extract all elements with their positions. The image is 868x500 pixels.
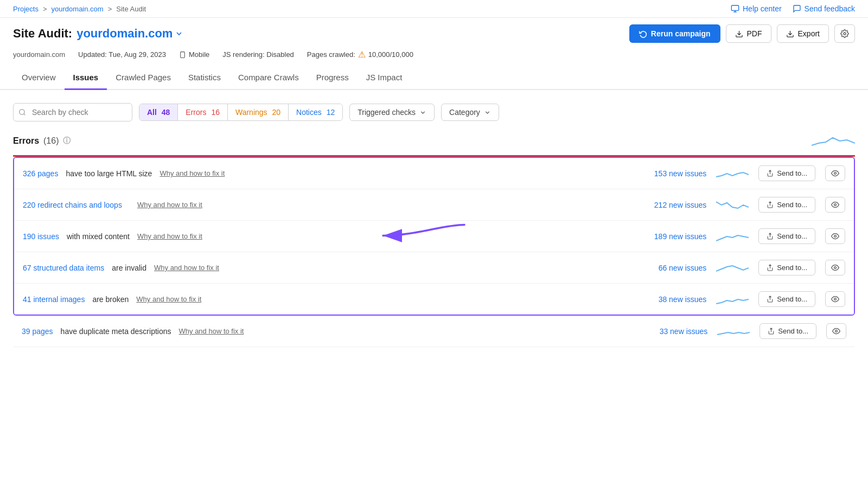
fix-link[interactable]: Why and how to fix it [179,327,244,335]
issue-row: 39 pages have duplicate meta description… [13,316,855,347]
eye-button[interactable] [825,228,845,244]
export-button[interactable]: Export [777,24,829,43]
tab-compare-crawls[interactable]: Compare Crawls [229,66,308,90]
eye-button[interactable] [825,165,845,181]
highlighted-issues-box: 326 pages have too large HTML size Why a… [13,157,855,316]
fix-link[interactable]: Why and how to fix it [154,264,219,272]
filter-errors-button[interactable]: Errors 16 [178,104,228,120]
meta-device: Mobile [179,50,209,59]
issue-right: 153 new issues Send to... [636,165,845,181]
issue-link[interactable]: 67 structured data items [23,264,104,272]
svg-point-11 [834,204,837,206]
share-icon [767,264,774,271]
issue-right: 38 new issues Send to... [636,291,845,307]
issue-link[interactable]: 41 internal images [23,295,85,304]
section-title: Errors (16) ⓘ [13,136,71,146]
mini-chart [716,197,749,213]
issue-text: have too large HTML size [66,169,152,178]
chevron-down-icon-2 [484,109,491,116]
site-audit-label: Site Audit: [13,27,72,41]
help-center-link[interactable]: Help center [731,4,782,13]
issue-link[interactable]: 326 pages [23,169,58,178]
eye-button[interactable] [825,197,845,213]
filter-warnings-button[interactable]: Warnings 20 [228,104,289,120]
tab-crawled-pages[interactable]: Crawled Pages [107,66,180,90]
new-issues-count: 212 new issues [636,201,706,209]
eye-icon [831,295,839,303]
fix-link[interactable]: Why and how to fix it [137,201,202,209]
eye-button[interactable] [825,260,845,275]
eye-button[interactable] [826,323,846,339]
site-audit-domain[interactable]: yourdomain.com [76,27,183,41]
svg-point-14 [834,235,837,238]
triggered-checks-dropdown[interactable]: Triggered checks [349,104,435,121]
search-input[interactable] [13,103,132,121]
top-bar: Projects > yourdomain.com > Site Audit H… [0,0,868,18]
help-icon [731,4,739,13]
filter-button-group: All 48 Errors 16 Warnings 20 Notices 12 [139,104,343,121]
send-feedback-link[interactable]: Send feedback [793,4,855,13]
fix-link[interactable]: Why and how to fix it [136,295,201,303]
new-issues-count: 189 new issues [636,232,706,241]
tab-issues[interactable]: Issues [65,66,107,90]
issue-text: are invalid [112,264,146,272]
tab-js-impact[interactable]: JS Impact [358,66,411,90]
issue-text: are broken [92,295,129,304]
meta-bar: yourdomain.com Updated: Tue, Aug 29, 202… [0,47,868,66]
new-issues-count: 153 new issues [636,169,706,178]
share-icon [767,233,774,240]
fix-link[interactable]: Why and how to fix it [137,232,202,240]
mini-chart [716,166,749,181]
send-to-button[interactable]: Send to... [758,197,815,213]
title-bar: Site Audit: yourdomain.com Rerun campaig… [0,18,868,47]
breadcrumb: Projects > yourdomain.com > Site Audit [13,5,146,13]
meta-updated: Updated: Tue, Aug 29, 2023 [78,50,166,59]
breadcrumb-projects[interactable]: Projects [13,5,39,13]
rerun-campaign-button[interactable]: Rerun campaign [629,24,720,43]
fix-link[interactable]: Why and how to fix it [159,169,225,177]
eye-icon [831,201,839,209]
mobile-icon [179,50,186,59]
nav-tabs: Overview Issues Crawled Pages Statistics… [0,66,868,90]
settings-button[interactable] [834,24,855,43]
filter-all-button[interactable]: All 48 [139,104,178,120]
tab-overview[interactable]: Overview [13,66,65,90]
issue-main: 190 issues with mixed content Why and ho… [23,232,636,241]
svg-line-7 [24,114,25,116]
share-icon [767,170,774,177]
send-to-button[interactable]: Send to... [758,228,815,244]
send-to-button[interactable]: Send to... [760,323,816,339]
share-icon [768,328,775,335]
eye-icon [832,327,840,335]
mini-chart [717,324,750,339]
eye-icon [831,169,839,177]
issue-link[interactable]: 39 pages [22,327,53,336]
filter-notices-button[interactable]: Notices 12 [289,104,342,120]
issue-link[interactable]: 220 redirect chains and loops [23,201,122,209]
info-icon[interactable]: ⓘ [63,136,71,146]
issue-right: 189 new issues Send to... [636,228,845,244]
issue-row: 190 issues with mixed content Why and ho… [14,221,854,252]
category-dropdown[interactable]: Category [441,104,499,121]
send-to-button[interactable]: Send to... [758,165,815,181]
send-to-button[interactable]: Send to... [758,260,815,275]
new-issues-count: 33 new issues [637,327,707,336]
issue-link[interactable]: 190 issues [23,232,59,241]
gear-icon [840,29,849,38]
issue-text: with mixed content [67,232,130,241]
tab-progress[interactable]: Progress [308,66,358,90]
send-to-button[interactable]: Send to... [758,291,815,307]
issue-right: 212 new issues Send to... [636,197,845,213]
new-issues-count: 66 new issues [636,264,706,272]
issue-row: 41 internal images are broken Why and ho… [14,284,854,315]
rerun-icon [639,30,647,38]
breadcrumb-domain[interactable]: yourdomain.com [52,5,104,13]
eye-button[interactable] [825,291,845,307]
tab-statistics[interactable]: Statistics [180,66,229,90]
issue-text: have duplicate meta descriptions [61,327,171,336]
pdf-button[interactable]: PDF [726,24,771,43]
section-mini-chart [812,132,855,150]
filter-bar: All 48 Errors 16 Warnings 20 Notices 12 … [13,103,855,121]
svg-point-18 [834,298,837,300]
issue-main: 67 structured data items are invalid Why… [23,264,636,272]
